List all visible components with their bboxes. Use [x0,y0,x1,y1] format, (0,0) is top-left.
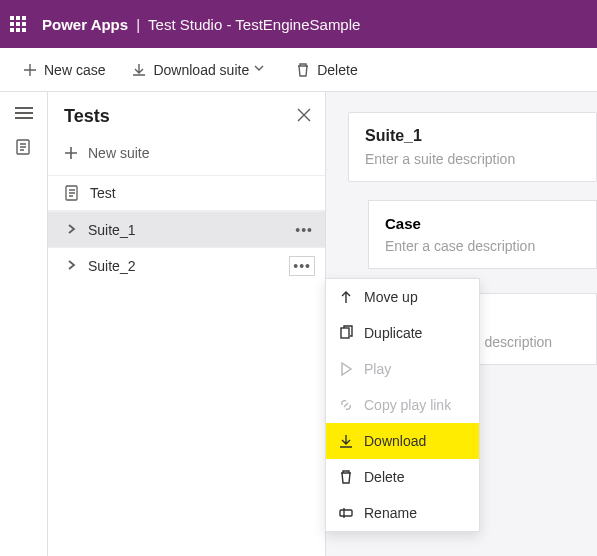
waffle-icon[interactable] [10,16,26,32]
new-case-button[interactable]: New case [22,62,105,78]
tree-root-test[interactable]: Test [48,175,325,211]
case-card[interactable]: Case Enter a case description [368,200,597,269]
header-separator: | [136,16,140,33]
hamburger-icon[interactable] [15,104,33,122]
menu-download[interactable]: Download [326,423,479,459]
tests-panel-title: Tests [64,106,110,127]
tree-suite-2[interactable]: Suite_2 ••• [48,247,325,283]
tree-suite-1[interactable]: Suite_1 ••• [48,211,325,247]
tests-panel: Tests New suite Test Suite_1 ••• [48,92,326,556]
menu-move-up-label: Move up [364,289,418,305]
tree-root-label: Test [90,185,116,201]
new-suite-button[interactable]: New suite [48,135,325,175]
test-plan-icon[interactable] [15,138,33,156]
menu-delete[interactable]: Delete [326,459,479,495]
delete-button[interactable]: Delete [295,62,357,78]
rename-icon [338,505,354,521]
test-file-icon [64,185,80,201]
suite-2-more-button[interactable]: ••• [289,256,315,276]
menu-copy-play-link-label: Copy play link [364,397,451,413]
suite-context-menu: Move up Duplicate Play Copy play link Do… [325,278,480,532]
menu-rename-label: Rename [364,505,417,521]
menu-rename[interactable]: Rename [326,495,479,531]
tree-suite-label: Suite_2 [88,258,135,274]
download-suite-button[interactable]: Download suite [131,62,269,78]
download-icon [338,433,354,449]
download-suite-label: Download suite [153,62,249,78]
svg-rect-2 [341,328,349,338]
svg-rect-3 [340,510,352,516]
plus-icon [22,62,38,78]
plus-icon [64,146,78,160]
menu-play: Play [326,351,479,387]
case-title: Case [385,215,580,232]
close-panel-button[interactable] [297,108,311,126]
new-suite-label: New suite [88,145,149,161]
app-header: Power Apps | Test Studio - TestEngineSam… [0,0,597,48]
suite-1-more-button[interactable]: ••• [293,222,315,238]
menu-delete-label: Delete [364,469,404,485]
new-case-label: New case [44,62,105,78]
chevron-right-icon[interactable] [66,222,78,238]
close-icon [297,108,311,122]
command-bar: New case Download suite Delete [0,48,597,92]
trash-icon [338,469,354,485]
chevron-right-icon[interactable] [66,258,78,274]
arrow-up-icon [338,289,354,305]
duplicate-icon [338,325,354,341]
menu-move-up[interactable]: Move up [326,279,479,315]
chevron-down-icon [253,62,269,78]
play-icon [338,361,354,377]
link-icon [338,397,354,413]
suite-title: Suite_1 [365,127,580,145]
tree-suite-label: Suite_1 [88,222,135,238]
left-rail [0,92,48,556]
menu-duplicate[interactable]: Duplicate [326,315,479,351]
page-title: Test Studio - TestEngineSample [148,16,360,33]
menu-download-label: Download [364,433,426,449]
menu-copy-play-link: Copy play link [326,387,479,423]
suite-card[interactable]: Suite_1 Enter a suite description [348,112,597,182]
menu-duplicate-label: Duplicate [364,325,422,341]
menu-play-label: Play [364,361,391,377]
download-icon [131,62,147,78]
suite-description-input[interactable]: Enter a suite description [365,151,580,167]
case-description-input[interactable]: Enter a case description [385,238,580,254]
delete-label: Delete [317,62,357,78]
trash-icon [295,62,311,78]
app-name[interactable]: Power Apps [42,16,128,33]
